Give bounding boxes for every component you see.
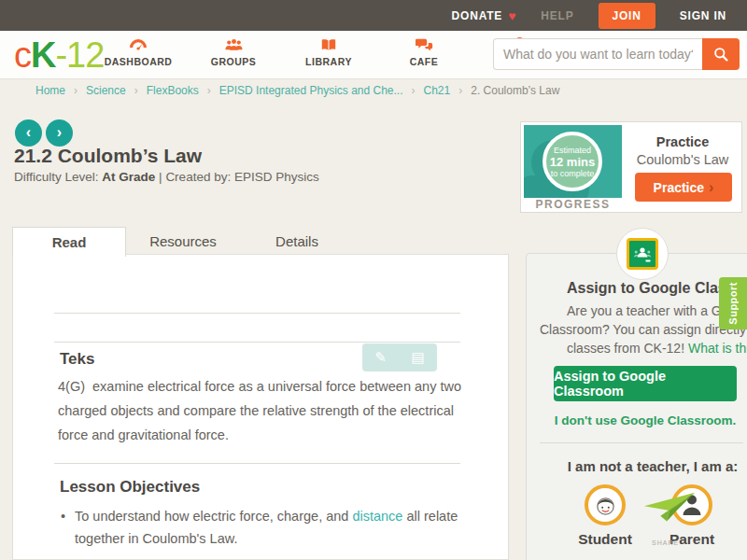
previous-lesson-button[interactable]: ‹ [15,119,42,147]
practice-widget: Estimated 12 mins to complete PROGRESS P… [520,121,742,213]
logo-k: K [31,35,55,75]
practice-progress-image: Estimated 12 mins to complete [524,125,622,198]
nav-label-library: LIBRARY [305,56,352,67]
practice-button[interactable]: Practice› [635,173,732,202]
subtitle-separator: | [159,170,162,184]
groups-people-icon [224,36,244,53]
practice-title-rest: Coulomb's Law [637,152,729,167]
difficulty-label: Difficulty Level: [14,170,99,184]
search-icon [713,47,729,63]
teks-body-text: 4(G) examine electrical force as a unive… [58,374,463,447]
nav-label-cafe: CAFE [410,56,439,67]
breadcrumb-book[interactable]: EPISD Integrated Physics and Che... [219,84,403,97]
student-role-button[interactable] [585,484,626,525]
created-by-value: EPISD Physics [234,170,319,184]
main-nav: DASHBOARD GROUPS LIBRARY CAFE BROWSE [105,36,553,67]
nav-item-cafe[interactable]: CAFE [390,36,458,67]
nav-item-dashboard[interactable]: DASHBOARD [105,36,172,67]
objective-text: To understand how electric force, charge… [75,509,352,524]
lesson-objectives-heading: Lesson Objectives [60,478,200,497]
tab-resources[interactable]: Resources [126,227,240,256]
divider [54,342,460,343]
student-label: Student [572,531,638,548]
page-subtitle: Difficulty Level: At Grade | Created by:… [14,170,319,184]
tab-read[interactable]: Read [12,227,126,257]
google-classroom-badge [616,228,669,280]
site-header: cK-12 DASHBOARD GROUPS LIBRARY CAFE BROW… [0,31,747,79]
search-button[interactable] [702,38,740,70]
support-tab[interactable]: Support [719,277,747,329]
breadcrumb-flexbooks[interactable]: FlexBooks [147,84,199,97]
estimated-time-badge: Estimated 12 mins to complete [543,132,602,191]
help-link[interactable]: HELP [541,9,573,22]
dashboard-gauge-icon [129,36,148,53]
breadcrumb-separator: › [458,84,462,97]
what-is-this-link[interactable]: What is this? [688,341,747,356]
notes-list-icon[interactable]: ▤ [411,349,424,366]
lesson-objectives-list: To understand how electric force, charge… [58,505,459,560]
assign-to-google-classroom-button[interactable]: Assign to Google Classroom [554,366,737,401]
section-tools: ✎ ▤ [362,343,437,371]
next-lesson-button[interactable]: › [46,119,73,147]
assign-sidebar [526,253,747,560]
breadcrumb-separator: › [134,84,138,97]
difficulty-value: At Grade [102,170,155,184]
divider [54,313,460,314]
top-bar: DONATE♥ HELP JOIN SIGN IN [0,0,747,31]
page-title: 21.2 Coulomb’s Law [14,145,202,167]
logo-12: -12 [55,35,104,75]
logo-c: c [14,35,31,75]
join-button[interactable]: JOIN [599,3,655,29]
chevron-left-icon: ‹ [26,124,31,141]
donate-label: DONATE [452,9,503,22]
share-watermark: SHARE [652,539,679,546]
distance-link[interactable]: distance [352,509,402,524]
badge-line1: Estimated [554,146,591,155]
practice-title-bold: Practice [656,134,709,149]
google-classroom-icon [627,238,658,270]
heart-icon: ♥ [508,9,516,22]
assign-body-line2: Classroom? You can assign directly to yo… [540,322,747,337]
nav-item-groups[interactable]: GROUPS [200,36,267,67]
not-teacher-heading: I am not a teacher, I am a: [526,458,747,474]
support-tab-label: Support [727,282,739,325]
lesson-content-panel: ✎ ▤ Teks 4(G) examine electrical force a… [12,254,509,560]
sign-in-link[interactable]: SIGN IN [680,9,726,22]
progress-label: PROGRESS [524,198,622,211]
badge-line3: to complete [551,169,595,178]
student-face-icon [591,491,620,520]
cafe-chat-icon [416,36,433,53]
breadcrumb-current: 2. Coulomb’s Law [471,84,559,97]
breadcrumb-separator: › [74,84,78,97]
classroom-person-icon [631,244,654,264]
breadcrumb-home[interactable]: Home [35,84,65,97]
chevron-right-icon: › [57,124,62,141]
no-google-classroom-link[interactable]: I don't use Google Classroom. [544,413,746,427]
breadcrumb-chapter[interactable]: Ch21 [424,84,451,97]
nav-label-groups: GROUPS [211,56,257,67]
assign-body-line3-text: classes from CK-12! [567,341,688,356]
created-by-label: Created by: [165,170,231,184]
search-box [493,38,740,70]
divider [540,442,743,443]
practice-title: Practice Coulomb's Law [626,133,740,169]
tab-details[interactable]: Details [240,227,354,256]
edit-pencil-icon[interactable]: ✎ [374,349,387,366]
breadcrumb-science[interactable]: Science [86,84,126,97]
nav-label-dashboard: DASHBOARD [105,56,173,67]
divider [54,463,460,464]
breadcrumb: Home › Science › FlexBooks › EPISD Integ… [35,84,559,97]
library-book-icon [320,36,337,53]
donate-link[interactable]: DONATE♥ [452,9,517,22]
paper-plane-icon [642,483,697,525]
breadcrumb-separator: › [207,84,211,97]
nav-item-library[interactable]: LIBRARY [295,36,362,67]
ck12-logo[interactable]: cK-12 [14,35,104,76]
assign-body-line3: classes from CK-12! What is this? [567,341,747,356]
breadcrumb-separator: › [412,84,416,97]
chevron-right-icon: › [709,179,713,196]
badge-line2: 12 mins [550,155,595,169]
practice-button-label: Practice [654,180,704,195]
search-input[interactable] [493,38,702,70]
teks-heading: Teks [60,350,95,369]
